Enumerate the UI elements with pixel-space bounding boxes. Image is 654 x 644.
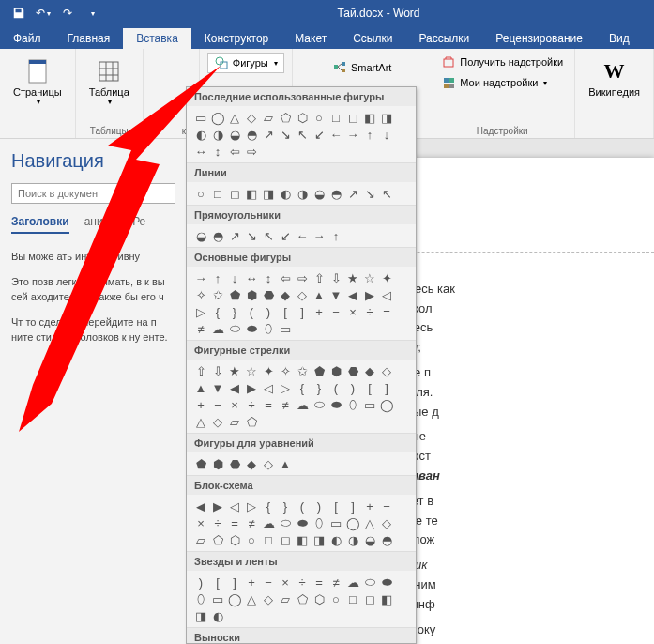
shape-item[interactable]: □ xyxy=(344,590,361,607)
shape-item[interactable]: ÷ xyxy=(361,303,378,320)
shape-item[interactable]: ✧ xyxy=(277,362,294,379)
shape-item[interactable]: ◯ xyxy=(226,590,243,607)
table-button[interactable]: Таблица ▾ xyxy=(84,53,135,110)
shape-item[interactable]: ▭ xyxy=(361,396,378,413)
shape-item[interactable]: ⇨ xyxy=(294,269,311,286)
shape-item[interactable]: ◯ xyxy=(378,396,395,413)
shape-item[interactable]: ◇ xyxy=(260,590,277,607)
shape-item[interactable]: → xyxy=(344,126,361,143)
shape-item[interactable]: ◇ xyxy=(260,455,277,472)
shape-item[interactable]: ⬯ xyxy=(311,514,327,531)
shape-item[interactable]: ◑ xyxy=(209,126,226,143)
shape-item[interactable]: □ xyxy=(327,109,344,126)
shape-item[interactable]: ★ xyxy=(226,362,243,379)
shape-item[interactable]: ✩ xyxy=(294,362,311,379)
tab-insert[interactable]: Вставка xyxy=(123,28,191,49)
shape-item[interactable]: □ xyxy=(209,185,226,202)
shape-item[interactable]: ◀ xyxy=(226,379,243,396)
shape-item[interactable]: ◨ xyxy=(311,531,327,548)
shape-item[interactable]: + xyxy=(311,303,327,320)
shape-item[interactable]: = xyxy=(378,303,395,320)
shape-item[interactable]: { xyxy=(209,303,226,320)
shape-item[interactable]: ✩ xyxy=(209,286,226,303)
shape-item[interactable]: ◓ xyxy=(243,126,260,143)
shape-item[interactable]: ☆ xyxy=(243,362,260,379)
shapes-dropdown[interactable]: Последние использованные фигуры▭◯△◇▱⬠⬡○□… xyxy=(186,86,417,644)
nav-tab-results[interactable]: Ре xyxy=(132,215,145,234)
shape-item[interactable]: ⇧ xyxy=(192,362,209,379)
shape-item[interactable]: ▱ xyxy=(192,531,209,548)
shape-item[interactable]: [ xyxy=(361,379,378,396)
shape-item[interactable]: } xyxy=(277,498,294,514)
shape-item[interactable]: ☁ xyxy=(209,320,226,337)
shape-item[interactable]: ⬭ xyxy=(311,396,327,413)
shape-item[interactable]: ] xyxy=(378,379,395,396)
shape-item[interactable]: ◯ xyxy=(209,109,226,126)
shape-item[interactable]: ) xyxy=(192,574,209,590)
shape-item[interactable]: ↖ xyxy=(260,227,277,244)
shape-item[interactable]: ⬬ xyxy=(243,320,260,337)
shape-item[interactable]: { xyxy=(260,498,277,514)
shape-item[interactable]: → xyxy=(192,269,209,286)
shape-item[interactable]: △ xyxy=(243,590,260,607)
shape-item[interactable]: → xyxy=(311,227,327,244)
shape-item[interactable]: ÷ xyxy=(209,514,226,531)
shape-item[interactable]: ◇ xyxy=(378,514,395,531)
shape-item[interactable]: ] xyxy=(294,303,311,320)
pages-button[interactable]: Страницы ▾ xyxy=(8,53,68,110)
shape-item[interactable]: ⬢ xyxy=(243,286,260,303)
shape-item[interactable]: ◨ xyxy=(378,109,395,126)
shape-item[interactable]: + xyxy=(361,498,378,514)
tab-layout[interactable]: Макет xyxy=(281,28,340,49)
undo-button[interactable]: ↶▾ xyxy=(32,2,54,24)
shape-item[interactable]: ⬣ xyxy=(344,362,361,379)
shape-item[interactable]: ≠ xyxy=(243,514,260,531)
shape-item[interactable]: − xyxy=(209,396,226,413)
shape-item[interactable]: ⇨ xyxy=(243,143,260,160)
shape-item[interactable]: ⬭ xyxy=(277,514,294,531)
shape-item[interactable]: ÷ xyxy=(294,574,311,590)
shape-item[interactable]: ⬭ xyxy=(226,320,243,337)
shape-item[interactable]: ⬡ xyxy=(311,590,327,607)
shape-item[interactable]: ★ xyxy=(344,269,361,286)
shape-item[interactable]: ) xyxy=(344,379,361,396)
shape-item[interactable]: ⬢ xyxy=(327,362,344,379)
nav-search-input[interactable] xyxy=(11,183,175,204)
shape-item[interactable]: ⬟ xyxy=(311,362,327,379)
shape-item[interactable]: ] xyxy=(226,574,243,590)
shape-item[interactable]: ◓ xyxy=(209,227,226,244)
shape-item[interactable]: × xyxy=(192,514,209,531)
shape-item[interactable]: = xyxy=(311,574,327,590)
shape-item[interactable]: ↘ xyxy=(361,185,378,202)
shape-item[interactable]: △ xyxy=(192,413,209,430)
shape-item[interactable]: ✧ xyxy=(192,286,209,303)
shape-item[interactable]: ◐ xyxy=(209,607,226,624)
shape-item[interactable]: ▷ xyxy=(192,303,209,320)
shape-item[interactable]: ← xyxy=(327,126,344,143)
shape-item[interactable]: ▼ xyxy=(209,379,226,396)
shape-item[interactable]: △ xyxy=(226,109,243,126)
shape-item[interactable]: ◐ xyxy=(277,185,294,202)
shape-item[interactable]: = xyxy=(260,396,277,413)
tab-file[interactable]: Файл xyxy=(0,28,54,49)
shape-item[interactable]: ▲ xyxy=(277,455,294,472)
shape-item[interactable]: ≠ xyxy=(277,396,294,413)
shape-item[interactable]: [ xyxy=(327,498,344,514)
shape-item[interactable]: ☆ xyxy=(361,269,378,286)
shape-item[interactable]: × xyxy=(277,574,294,590)
shape-item[interactable]: ▶ xyxy=(243,379,260,396)
shape-item[interactable]: ◇ xyxy=(209,413,226,430)
shape-item[interactable]: ( xyxy=(327,379,344,396)
shape-item[interactable]: ↑ xyxy=(209,269,226,286)
shape-item[interactable]: ↘ xyxy=(277,126,294,143)
shape-item[interactable]: ≠ xyxy=(192,320,209,337)
shape-item[interactable]: ( xyxy=(243,303,260,320)
shape-item[interactable]: ◒ xyxy=(311,185,327,202)
shape-item[interactable]: ◐ xyxy=(192,126,209,143)
shape-item[interactable]: × xyxy=(344,303,361,320)
tab-references[interactable]: Ссылки xyxy=(340,28,405,49)
shape-item[interactable]: ◇ xyxy=(378,362,395,379)
shape-item[interactable]: ◧ xyxy=(294,531,311,548)
save-button[interactable] xyxy=(8,2,30,24)
shape-item[interactable]: ← xyxy=(294,227,311,244)
